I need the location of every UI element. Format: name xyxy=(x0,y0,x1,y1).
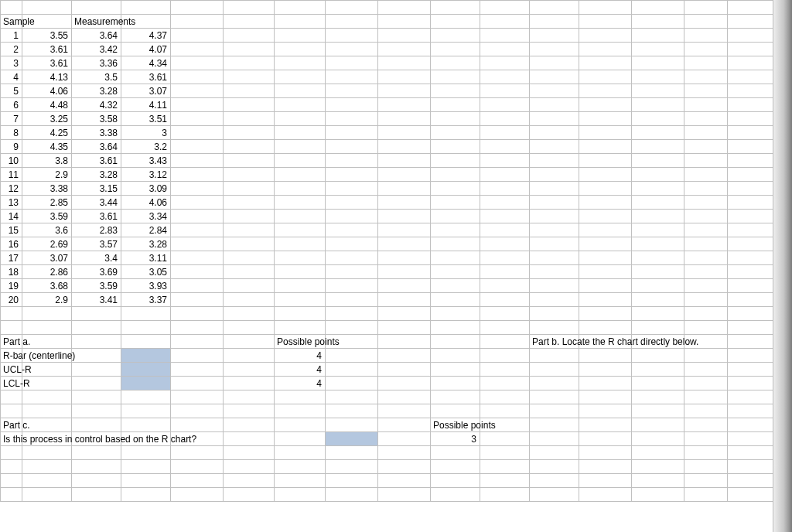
cell-N27[interactable] xyxy=(632,363,684,377)
cell-N7[interactable] xyxy=(632,84,684,98)
cell-B4[interactable]: 3.61 xyxy=(22,43,72,56)
cell-E8[interactable] xyxy=(171,98,224,112)
cell-O2[interactable] xyxy=(684,15,728,29)
cell-G26[interactable]: 4 xyxy=(275,349,326,363)
cell-J5[interactable] xyxy=(431,56,480,70)
cell-K1[interactable] xyxy=(480,1,530,15)
cell-C27[interactable] xyxy=(72,363,121,377)
cell-F7[interactable] xyxy=(224,84,275,98)
cell-C9[interactable]: 3.58 xyxy=(72,112,121,126)
cell-I36[interactable] xyxy=(378,488,431,502)
cell-H17[interactable] xyxy=(326,223,378,237)
cell-B12[interactable]: 3.8 xyxy=(22,154,72,168)
cell-E23[interactable] xyxy=(171,307,224,321)
cell-A5[interactable]: 3 xyxy=(1,56,22,70)
cell-O36[interactable] xyxy=(684,488,728,502)
cell-G13[interactable] xyxy=(275,168,326,182)
cell-E22[interactable] xyxy=(171,293,224,307)
cell-H19[interactable] xyxy=(326,251,378,265)
cell-G1[interactable] xyxy=(275,1,326,15)
cell-J25[interactable] xyxy=(431,335,480,349)
cell-P20[interactable] xyxy=(728,265,774,279)
cell-D21[interactable]: 3.93 xyxy=(121,279,171,293)
cell-D25[interactable] xyxy=(121,335,171,349)
cell-N24[interactable] xyxy=(632,321,684,335)
cell-K12[interactable] xyxy=(480,154,530,168)
cell-N34[interactable] xyxy=(632,460,684,474)
cell-E5[interactable] xyxy=(171,56,224,70)
cell-D6[interactable]: 3.61 xyxy=(121,70,171,84)
cell-G11[interactable] xyxy=(275,140,326,154)
cell-O27[interactable] xyxy=(684,363,728,377)
cell-G30[interactable] xyxy=(275,404,326,418)
cell-J2[interactable] xyxy=(431,15,480,29)
cell-J12[interactable] xyxy=(431,154,480,168)
cell-C31[interactable] xyxy=(72,418,121,432)
cell-J18[interactable] xyxy=(431,237,480,251)
cell-F14[interactable] xyxy=(224,182,275,196)
cell-E18[interactable] xyxy=(171,237,224,251)
cell-O28[interactable] xyxy=(684,377,728,390)
cell-A9[interactable]: 7 xyxy=(1,112,22,126)
cell-H12[interactable] xyxy=(326,154,378,168)
cell-L23[interactable] xyxy=(530,307,579,321)
cell-K17[interactable] xyxy=(480,223,530,237)
cell-L28[interactable] xyxy=(530,377,579,390)
cell-D15[interactable]: 4.06 xyxy=(121,196,171,210)
cell-L36[interactable] xyxy=(530,488,579,502)
cell-E28[interactable] xyxy=(171,377,224,390)
cell-D27[interactable] xyxy=(121,363,171,377)
cell-L3[interactable] xyxy=(530,29,579,43)
cell-I32[interactable] xyxy=(378,432,431,446)
cell-G31[interactable] xyxy=(275,418,326,432)
cell-J24[interactable] xyxy=(431,321,480,335)
cell-M9[interactable] xyxy=(579,112,632,126)
cell-N31[interactable] xyxy=(632,418,684,432)
cell-F24[interactable] xyxy=(224,321,275,335)
cell-K6[interactable] xyxy=(480,70,530,84)
cell-P33[interactable] xyxy=(728,446,774,460)
cell-P5[interactable] xyxy=(728,56,774,70)
cell-E33[interactable] xyxy=(171,446,224,460)
cell-A6[interactable]: 4 xyxy=(1,70,22,84)
cell-B3[interactable]: 3.55 xyxy=(22,29,72,43)
cell-D17[interactable]: 2.84 xyxy=(121,223,171,237)
cell-M5[interactable] xyxy=(579,56,632,70)
cell-H28[interactable] xyxy=(326,377,378,390)
cell-L1[interactable] xyxy=(530,1,579,15)
cell-C33[interactable] xyxy=(72,446,121,460)
cell-H8[interactable] xyxy=(326,98,378,112)
cell-B36[interactable] xyxy=(22,488,72,502)
cell-B1[interactable] xyxy=(22,1,72,15)
cell-D4[interactable]: 4.07 xyxy=(121,43,171,56)
cell-I16[interactable] xyxy=(378,210,431,223)
cell-J21[interactable] xyxy=(431,279,480,293)
cell-N13[interactable] xyxy=(632,168,684,182)
cell-J35[interactable] xyxy=(431,474,480,488)
cell-E34[interactable] xyxy=(171,460,224,474)
cell-C22[interactable]: 3.41 xyxy=(72,293,121,307)
cell-I33[interactable] xyxy=(378,446,431,460)
cell-B9[interactable]: 3.25 xyxy=(22,112,72,126)
cell-D12[interactable]: 3.43 xyxy=(121,154,171,168)
cell-P6[interactable] xyxy=(728,70,774,84)
cell-I21[interactable] xyxy=(378,279,431,293)
cell-M8[interactable] xyxy=(579,98,632,112)
cell-D34[interactable] xyxy=(121,460,171,474)
cell-B18[interactable]: 2.69 xyxy=(22,237,72,251)
cell-D7[interactable]: 3.07 xyxy=(121,84,171,98)
cell-H29[interactable] xyxy=(326,390,378,404)
cell-C34[interactable] xyxy=(72,460,121,474)
cell-P12[interactable] xyxy=(728,154,774,168)
cell-E17[interactable] xyxy=(171,223,224,237)
cell-K3[interactable] xyxy=(480,29,530,43)
cell-K2[interactable] xyxy=(480,15,530,29)
cell-O16[interactable] xyxy=(684,210,728,223)
cell-D18[interactable]: 3.28 xyxy=(121,237,171,251)
cell-L18[interactable] xyxy=(530,237,579,251)
cell-L14[interactable] xyxy=(530,182,579,196)
cell-G35[interactable] xyxy=(275,474,326,488)
cell-N35[interactable] xyxy=(632,474,684,488)
cell-M24[interactable] xyxy=(579,321,632,335)
cell-G10[interactable] xyxy=(275,126,326,140)
